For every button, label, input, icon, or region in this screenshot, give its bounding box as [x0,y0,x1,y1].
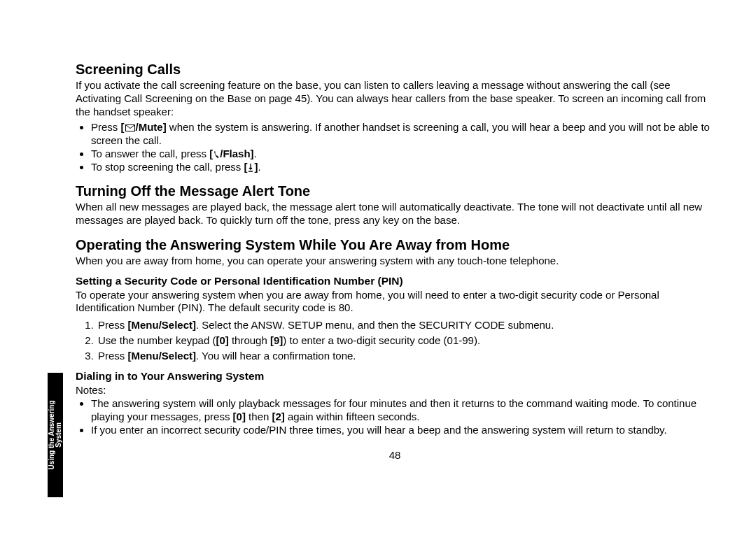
manual-page: Screening Calls If you activate the call… [0,0,756,489]
list-item: To stop screening the call, press []. [91,161,714,174]
talk-icon [214,150,219,159]
heading-screening-calls: Screening Calls [76,62,714,78]
list-item: Press [Menu/Select]. Select the ANSW. SE… [97,318,714,333]
notes-label: Notes: [76,384,714,397]
screening-intro: If you activate the call screening featu… [76,79,714,118]
list-item: To answer the call, press [/Flash]. [91,148,714,161]
page-number: 48 [76,449,714,461]
subheading-dialing-in: Dialing in to Your Answering System [76,370,714,383]
dialing-notes: The answering system will only playback … [76,397,714,436]
list-item: If you enter an incorrect security code/… [91,424,714,437]
heading-away-from-home: Operating the Answering System While You… [76,237,714,253]
end-icon [248,164,253,172]
list-item: Press [/Mute] when the system is answeri… [91,121,714,148]
list-item: Press [Menu/Select]. You will hear a con… [97,348,714,364]
heading-alert-tone: Turning Off the Message Alert Tone [76,183,714,199]
pin-steps: Press [Menu/Select]. Select the ANSW. SE… [76,318,714,363]
away-intro: When you are away from home, you can ope… [76,255,714,268]
list-item: Use the number keypad ([0] through [9]) … [97,333,714,348]
screening-bullets: Press [/Mute] when the system is answeri… [76,121,714,173]
message-icon [125,124,135,131]
subheading-pin: Setting a Security Code or Personal Iden… [76,275,714,287]
list-item: The answering system will only playback … [91,397,714,424]
pin-body: To operate your answering system when yo… [76,289,714,315]
alert-tone-body: When all new messages are played back, t… [76,201,714,227]
